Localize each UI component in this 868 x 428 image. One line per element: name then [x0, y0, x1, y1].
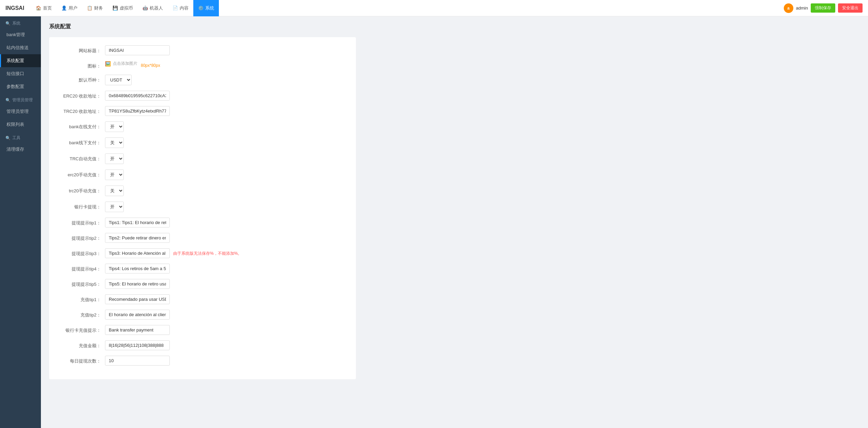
input-recharge-amount[interactable]	[105, 340, 170, 350]
nav-item-content[interactable]: 📄内容	[168, 0, 193, 16]
sidebar-item-push[interactable]: 站内信推送	[0, 41, 41, 54]
form-control-wrap-erc20-manual: 开关	[105, 169, 124, 180]
form-control-wrap-recharge-tip2	[105, 310, 170, 320]
sidebar-item-adminmgr[interactable]: 管理员管理	[0, 105, 41, 118]
nav-label-system: 系统	[205, 5, 214, 11]
input-bank-recharge-hint[interactable]	[105, 325, 170, 335]
form-control-bank-offline: 开关	[105, 137, 124, 148]
input-withdraw-tip4[interactable]	[105, 264, 170, 274]
form-row-trc-auto: TRC自动充值：开关	[57, 153, 348, 164]
nav-label-finance: 财务	[94, 5, 103, 11]
force-save-button[interactable]: 强制保存	[811, 3, 835, 13]
form-control-bank-online: 开关	[105, 121, 124, 132]
form-control-default-coin: USDT	[105, 75, 132, 85]
nav-label-user: 用户	[69, 5, 77, 11]
form-label-withdraw-tip5: 提现提示tip5：	[57, 279, 105, 287]
form-label-recharge-amount: 充值金额：	[57, 340, 105, 349]
sidebar-item-params[interactable]: 参数配置	[0, 80, 41, 93]
form-control-wrap-trc20-address	[105, 106, 170, 116]
nav-label-crypto: 虚拟币	[120, 5, 133, 11]
form-row-erc20-address: ERC20 收款地址：	[57, 91, 348, 101]
form-label-withdraw-tip4: 提现提示tip4：	[57, 264, 105, 272]
select-trc20-manual[interactable]: 开关	[105, 186, 124, 196]
sidebar-section-icon: 🔍	[5, 136, 11, 141]
form-control-withdraw-tip3	[105, 248, 170, 258]
sidebar-section-系统: 🔍系统	[0, 16, 41, 28]
select-bank-offline[interactable]: 开关	[105, 137, 124, 148]
form-control-icon: 🖼️点击添加图片	[105, 61, 137, 67]
select-trc-auto[interactable]: 开关	[105, 153, 124, 164]
form-row-trc20-address: TRC20 收款地址：	[57, 106, 348, 116]
form-control-withdraw-tip5	[105, 279, 170, 289]
form-control-erc20-manual: 开关	[105, 169, 124, 180]
form-control-wrap-recharge-tip1	[105, 294, 170, 304]
brand-logo: INGSAI	[5, 5, 24, 11]
nav-icon-finance: 📋	[87, 5, 92, 11]
form-row-withdraw-tip1: 提现提示tip1：	[57, 218, 348, 227]
input-recharge-tip1[interactable]	[105, 294, 170, 304]
form-label-erc20-address: ERC20 收款地址：	[57, 91, 105, 99]
main-content: 系统配置 网站标题：图标：🖼️点击添加图片80px*80px默认币种：USDTE…	[41, 16, 868, 428]
form-control-daily-withdraw-count	[105, 356, 170, 366]
nav-item-robot[interactable]: 🤖机器人	[138, 0, 168, 16]
form-control-wrap-withdraw-tip1	[105, 218, 170, 227]
form-row-bank-online: bank在线支付：开关	[57, 121, 348, 132]
image-upload-icon[interactable]: 🖼️点击添加图片	[105, 61, 137, 67]
form-label-bank-withdraw: 银行卡提现：	[57, 202, 105, 210]
form-control-wrap-bank-withdraw: 开关	[105, 202, 124, 212]
input-withdraw-tip3[interactable]	[105, 248, 170, 258]
nav-item-user[interactable]: 👤用户	[57, 0, 82, 16]
form-control-wrap-withdraw-tip5	[105, 279, 170, 289]
sidebar-item-sms[interactable]: 短信接口	[0, 67, 41, 80]
form-control-trc20-address	[105, 106, 170, 116]
sidebar-item-sysconfig[interactable]: 系统配置	[0, 54, 41, 67]
form-row-default-coin: 默认币种：USDT	[57, 75, 348, 85]
sidebar-item-bank[interactable]: bank管理	[0, 28, 41, 41]
select-erc20-manual[interactable]: 开关	[105, 169, 124, 180]
sidebar-section-工具: 🔍工具	[0, 131, 41, 143]
form-control-recharge-tip1	[105, 294, 170, 304]
form-control-wrap-withdraw-tip3: 由于系统版无法保存%，不能添加%。	[105, 248, 242, 258]
form-row-withdraw-tip2: 提现提示tip2：	[57, 233, 348, 243]
form-control-wrap-recharge-amount	[105, 340, 170, 350]
form-row-daily-withdraw-count: 每日提现次数：	[57, 356, 348, 366]
image-icon: 🖼️	[105, 61, 111, 67]
form-label-icon: 图标：	[57, 61, 105, 69]
form-row-bank-recharge-hint: 银行卡充值提示：	[57, 325, 348, 335]
nav-label-robot: 机器人	[150, 5, 163, 11]
form-hint-withdraw-tip3: 由于系统版无法保存%，不能添加%。	[170, 248, 242, 256]
input-withdraw-tip5[interactable]	[105, 279, 170, 289]
form-label-daily-withdraw-count: 每日提现次数：	[57, 356, 105, 364]
nav-label-home: 首页	[43, 5, 52, 11]
nav-item-finance[interactable]: 📋财务	[82, 0, 108, 16]
nav-item-crypto[interactable]: 💾虚拟币	[108, 0, 138, 16]
select-default-coin[interactable]: USDT	[105, 75, 132, 85]
input-withdraw-tip1[interactable]	[105, 218, 170, 227]
select-bank-online[interactable]: 开关	[105, 121, 124, 132]
form-row-site-name: 网站标题：	[57, 45, 348, 55]
form-row-recharge-tip1: 充值tip1：	[57, 294, 348, 304]
nav-icon-system: ⚙️	[198, 5, 204, 11]
input-erc20-address[interactable]	[105, 91, 170, 101]
form-label-recharge-tip1: 充值tip1：	[57, 294, 105, 303]
image-placeholder-text: 点击添加图片	[113, 61, 137, 67]
input-trc20-address[interactable]	[105, 106, 170, 116]
sidebar-item-clearcache[interactable]: 清理缓存	[0, 143, 41, 156]
sidebar-item-perms[interactable]: 权限列表	[0, 118, 41, 131]
input-site-name[interactable]	[105, 45, 170, 55]
form-label-bank-offline: bank线下支付：	[57, 137, 105, 146]
form-control-wrap-trc-auto: 开关	[105, 153, 124, 164]
select-bank-withdraw[interactable]: 开关	[105, 202, 124, 212]
nav-item-home[interactable]: 🏠首页	[31, 0, 57, 16]
input-daily-withdraw-count[interactable]	[105, 356, 170, 366]
input-recharge-tip2[interactable]	[105, 310, 170, 320]
form-row-recharge-tip2: 充值tip2：	[57, 310, 348, 320]
logout-button[interactable]: 安全退出	[838, 3, 863, 13]
nav-right: a admin 强制保存 安全退出	[784, 3, 863, 13]
nav-icon-home: 🏠	[36, 5, 41, 11]
nav-item-system[interactable]: ⚙️系统	[193, 0, 219, 16]
form-label-recharge-tip2: 充值tip2：	[57, 310, 105, 318]
input-withdraw-tip2[interactable]	[105, 233, 170, 243]
form-control-wrap-erc20-address	[105, 91, 170, 101]
form-row-withdraw-tip4: 提现提示tip4：	[57, 264, 348, 274]
